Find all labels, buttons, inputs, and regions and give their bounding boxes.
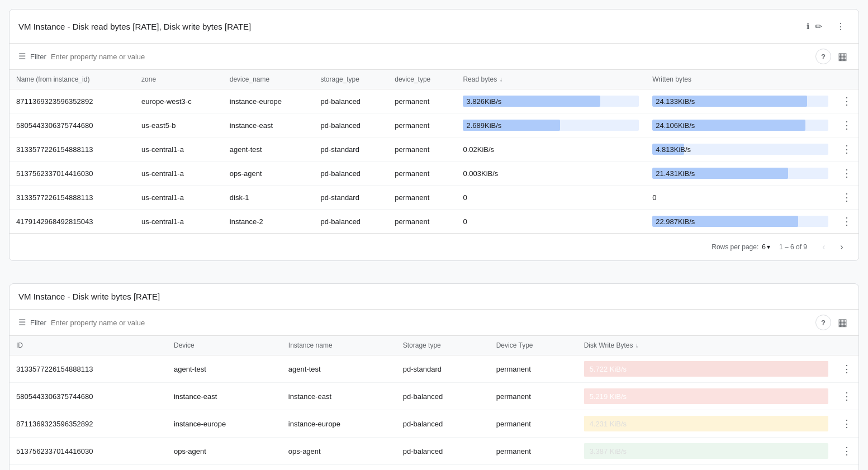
panel-1: VM Instance - Disk read bytes [RATE], Di… [9, 9, 859, 261]
cell-zone: us-central1-a [135, 137, 223, 162]
col-read-bytes[interactable]: Read bytes↓ [456, 70, 646, 89]
panel-1-header: VM Instance - Disk read bytes [RATE], Di… [10, 10, 858, 44]
table-row: 5137562337014416030 ops-agent ops-agent … [10, 438, 858, 465]
sort-arrow-read: ↓ [499, 75, 502, 83]
panel-1-rows-select[interactable]: 6 ▾ [762, 243, 770, 251]
cell2-device-type: permanent [490, 438, 577, 465]
cell-storage-type: pd-balanced [314, 113, 388, 137]
col-zone: zone [135, 70, 223, 89]
cell-written-bytes: 22.987KiB/s [646, 210, 835, 234]
help-icon-2[interactable]: ? [815, 315, 831, 330]
cell-read-bytes: 3.826KiB/s [456, 89, 646, 113]
prev-page-btn-1[interactable]: ‹ [816, 239, 832, 255]
cell-device-type: permanent [388, 210, 456, 234]
cell-read-bytes: 0 [456, 210, 646, 234]
row-menu[interactable]: ⋮ [835, 89, 858, 113]
cell-device-name: agent-test [223, 137, 314, 162]
row-menu[interactable]: ⋮ [835, 186, 858, 210]
table-row: 4179142968492815043 us-central1-a instan… [10, 210, 858, 234]
table-row: 8711369323596352892 instance-europe inst… [10, 410, 858, 438]
cell-device-name: disk-1 [223, 186, 314, 210]
panel-2: VM Instance - Disk write bytes [RATE] ☰ … [9, 283, 859, 470]
cell-device-type: permanent [388, 137, 456, 162]
table-row: 5805443306375744680 us-east5-b instance-… [10, 113, 858, 137]
panel-1-edit-button[interactable]: ✏ [809, 17, 827, 35]
filter-icon-2: ☰ [18, 317, 26, 327]
panel-1-page-nav: ‹ › [816, 239, 850, 255]
panel-1-header-row: Name (from instance_id) zone device_name… [10, 70, 858, 89]
filter-label-1: Filter [30, 53, 46, 61]
col-device-type: device_type [388, 70, 456, 89]
cell-device-type: permanent [388, 89, 456, 113]
cell-device-name: instance-2 [223, 210, 314, 234]
row-menu-2[interactable]: ⋮ [835, 355, 858, 383]
cell2-id: 8711369323596352892 [10, 410, 167, 438]
row-menu-2[interactable]: ⋮ [835, 410, 858, 438]
cell-name: 3133577226154888113 [10, 186, 135, 210]
cell2-device: agent-test [167, 355, 282, 383]
cell-zone: us-central1-a [135, 186, 223, 210]
next-page-btn-1[interactable]: › [834, 239, 850, 255]
row-menu-2[interactable]: ⋮ [835, 465, 858, 471]
cell2-id: 7461096276865544168 [10, 465, 167, 471]
row-menu-2[interactable]: ⋮ [835, 438, 858, 465]
sort-arrow-write: ↓ [635, 341, 638, 349]
cell-device-name: instance-europe [223, 89, 314, 113]
panel-1-pagination: Rows per page: 6 ▾ 1 – 6 of 9 ‹ › [10, 233, 858, 260]
panel-1-page-range: 1 – 6 of 9 [779, 243, 807, 251]
cell2-instance-name: ops-agent [282, 438, 396, 465]
filter-input-1[interactable] [51, 53, 811, 61]
row-menu[interactable]: ⋮ [835, 162, 858, 186]
cell2-id: 5805443306375744680 [10, 383, 167, 410]
cell2-disk-write-bytes: 3.387 KiB/s [577, 438, 835, 465]
filter-icon-1: ☰ [18, 51, 26, 61]
cell-written-bytes: 0 [646, 186, 835, 210]
col2-instance-name: Instance name [282, 336, 396, 355]
cell2-device: instance-east [167, 383, 282, 410]
table-row: 3133577226154888113 us-central1-a disk-1… [10, 186, 858, 210]
panel-2-table: ID Device Instance name Storage type Dev… [10, 336, 858, 470]
cell-name: 8711369323596352892 [10, 89, 135, 113]
cell2-device-type: permanent [490, 383, 577, 410]
cell-read-bytes: 0 [456, 186, 646, 210]
help-icon-1[interactable]: ? [815, 49, 831, 64]
cell2-device: instance-europe [167, 410, 282, 438]
cell-zone: us-east5-b [135, 113, 223, 137]
cell-device-type: permanent [388, 186, 456, 210]
col2-disk-write-bytes[interactable]: Disk Write Bytes↓ [577, 336, 835, 355]
col-storage-type: storage_type [314, 70, 388, 89]
cell-name: 3133577226154888113 [10, 137, 135, 162]
panel-1-title: VM Instance - Disk read bytes [RATE], Di… [18, 22, 803, 31]
col2-device-type: Device Type [490, 336, 577, 355]
columns-icon-2[interactable]: ▦ [836, 314, 850, 331]
row-menu[interactable]: ⋮ [835, 113, 858, 137]
cell-device-type: permanent [388, 113, 456, 137]
cell2-device: profier [167, 465, 282, 471]
col2-device: Device [167, 336, 282, 355]
panel-1-rows-per-page: Rows per page: 6 ▾ [712, 243, 770, 251]
cell2-storage-type: pd-standard [396, 465, 490, 471]
row-menu-2[interactable]: ⋮ [835, 383, 858, 410]
cell2-id: 3133577226154888113 [10, 355, 167, 383]
col-name: Name (from instance_id) [10, 70, 135, 89]
cell2-instance-name: profier [282, 465, 396, 471]
cell2-disk-write-bytes: 5.722 KiB/s [577, 355, 835, 383]
panel-1-table: Name (from instance_id) zone device_name… [10, 70, 858, 233]
row-menu[interactable]: ⋮ [835, 210, 858, 234]
filter-actions-1: ? ▦ [815, 48, 850, 65]
cell2-instance-name: instance-europe [282, 410, 396, 438]
table-row: 3133577226154888113 agent-test agent-tes… [10, 355, 858, 383]
cell2-device: ops-agent [167, 438, 282, 465]
filter-label-2: Filter [30, 319, 46, 327]
panel-2-header: VM Instance - Disk write bytes [RATE] [10, 284, 858, 310]
cell-zone: europe-west3-c [135, 89, 223, 113]
filter-input-2[interactable] [51, 319, 811, 327]
columns-icon-1[interactable]: ▦ [836, 48, 850, 65]
filter-actions-2: ? ▦ [815, 314, 850, 331]
col-written-bytes: Written bytes [646, 70, 835, 89]
panel-1-filter-bar: ☰ Filter ? ▦ [10, 44, 858, 70]
table-row: 5137562337014416030 us-central1-a ops-ag… [10, 162, 858, 186]
row-menu[interactable]: ⋮ [835, 137, 858, 162]
panel-1-more-button[interactable]: ⋮ [832, 17, 850, 35]
cell-storage-type: pd-standard [314, 137, 388, 162]
